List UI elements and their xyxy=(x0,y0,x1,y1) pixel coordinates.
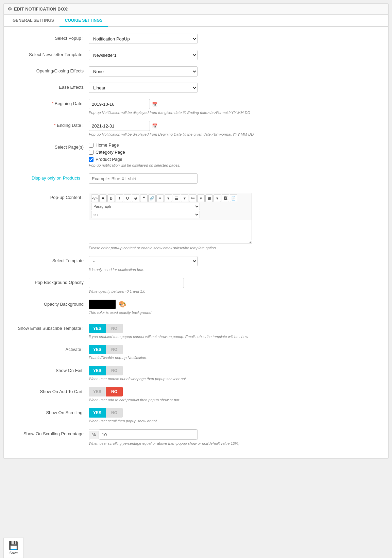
scrolling-yes-btn[interactable]: YES xyxy=(89,408,106,418)
label-newsletter: Select Newsletter Template: xyxy=(11,50,89,57)
editor-paragraph-select[interactable]: Paragraph Heading 1 Heading 2 xyxy=(91,203,200,210)
add-to-cart-no-btn[interactable]: NO xyxy=(106,387,123,396)
select-template-hint: It is only used for notification box. xyxy=(89,268,381,272)
activate-hint: Enable/Disable pop-up Notification. xyxy=(89,356,381,360)
editor-btn-list-ol[interactable]: ≔ xyxy=(189,195,197,202)
editor-btn-image[interactable]: 🖼 xyxy=(222,195,229,202)
pct-symbol: % xyxy=(89,431,99,439)
tab-general-settings[interactable]: GENERAL SETTINGS xyxy=(7,15,59,27)
checkbox-home-page: Home Page xyxy=(89,142,381,148)
panel-header: ⚙ EDIT NOTIFICATION BOX: xyxy=(4,4,388,15)
ctrl-opacity-bg-color: 🎨 This color is used opacity background xyxy=(89,300,381,315)
show-exit-yes-btn[interactable]: YES xyxy=(89,366,106,375)
editor-lang-select[interactable]: en fr de xyxy=(91,211,200,218)
color-picker-icon[interactable]: 🎨 xyxy=(119,301,126,308)
row-bg-opacity: Pop Background Opacity Write opacity bet… xyxy=(11,278,381,293)
ctrl-display-only xyxy=(89,173,381,184)
scrolling-no-btn[interactable]: NO xyxy=(106,408,123,418)
editor-btn-italic[interactable]: I xyxy=(116,195,123,202)
editor-btn-strikethrough[interactable]: S xyxy=(132,195,139,202)
editor-btn-align[interactable]: ≡ xyxy=(156,195,164,202)
editor-btn-list-ul[interactable]: ☰ xyxy=(173,195,180,202)
editor-btn-link[interactable]: 🔗 xyxy=(148,195,156,202)
row-display-only: Display only on Products xyxy=(11,173,381,184)
toggle-show-on-add-to-cart: YES NO xyxy=(89,387,381,396)
popup-content-hint: Please enter pop-up content or enable sh… xyxy=(89,246,381,250)
save-label: Save xyxy=(9,551,18,555)
row-select-template: Select Template - Template 1 Template 2 … xyxy=(11,256,381,272)
add-to-cart-yes-btn[interactable]: YES xyxy=(89,387,106,396)
divider-2 xyxy=(11,321,381,321)
ctrl-bg-opacity: Write opacity between 0.1 and 1.0 xyxy=(89,278,381,293)
activate-no-btn[interactable]: NO xyxy=(106,345,123,354)
toggle-show-on-scrolling: YES NO xyxy=(89,408,381,418)
editor-btn-font-color[interactable]: A xyxy=(99,195,107,202)
ctrl-opening-effects: None Fade Slide Zoom xyxy=(89,66,381,77)
ending-date-input[interactable] xyxy=(89,121,150,131)
label-scrolling-pct: Show On Scrolling Percentage xyxy=(11,429,89,436)
label-show-on-add-to-cart: Show On Add To Cart: xyxy=(11,387,89,394)
activate-yes-btn[interactable]: YES xyxy=(89,345,106,354)
calendar-icon-begin[interactable]: 📅 xyxy=(152,102,157,107)
row-show-on-scrolling: Show On Scrolling: YES NO When user scro… xyxy=(11,408,381,423)
label-ease-effects: Ease Effects xyxy=(11,83,89,90)
show-email-yes-btn[interactable]: YES xyxy=(89,324,106,333)
label-select-popup: Select Popup : xyxy=(11,34,89,41)
opening-effects-dropdown[interactable]: None Fade Slide Zoom xyxy=(89,66,198,77)
bg-opacity-input[interactable] xyxy=(89,278,184,288)
row-ease-effects: Ease Effects Linear Ease Ease-in Ease-ou… xyxy=(11,83,381,93)
editor-btn-file[interactable]: 📄 xyxy=(230,195,237,202)
editor-btn-align-arrow[interactable]: ▾ xyxy=(165,195,172,202)
scrolling-pct-input[interactable] xyxy=(99,429,197,440)
row-show-email-subscribe: Show Email Subscribe Template : YES NO I… xyxy=(11,324,381,339)
editor-btn-table[interactable]: ⊞ xyxy=(205,195,213,202)
calendar-icon-end[interactable]: 📅 xyxy=(152,123,157,129)
panel-title: EDIT NOTIFICATION BOX: xyxy=(14,6,69,12)
editor-btn-underline[interactable]: U xyxy=(124,195,131,202)
label-activate: Activate : xyxy=(11,345,89,352)
beginning-date-input[interactable] xyxy=(89,99,150,109)
ending-date-hint: Pop-up Notification will be displayed fr… xyxy=(89,132,381,136)
ctrl-show-on-add-to-cart: YES NO When user add to cart product the… xyxy=(89,387,381,402)
editor-btn-table-arrow[interactable]: ▾ xyxy=(214,195,221,202)
editor-btn-list-ul-arrow[interactable]: ▾ xyxy=(181,195,188,202)
tab-cookie-settings[interactable]: COOKIE SETTINGS xyxy=(59,15,108,27)
editor-btn-bold[interactable]: B xyxy=(107,195,115,202)
ctrl-beginning-date: 📅 Pop-up Notification will be displayed … xyxy=(89,99,381,115)
ctrl-popup-content: </> A B I U S ❝ 🔗 ≡ ▾ ☰ ▾ ≔ ▾ ⊞ xyxy=(89,193,381,250)
editor-toolbar: </> A B I U S ❝ 🔗 ≡ ▾ ☰ ▾ ≔ ▾ ⊞ xyxy=(89,193,252,220)
checkbox-category[interactable] xyxy=(89,150,93,155)
editor-btn-code[interactable]: </> xyxy=(91,195,99,202)
checkbox-home[interactable] xyxy=(89,143,93,148)
save-button[interactable]: 💾 xyxy=(8,541,19,550)
ctrl-select-popup: Notification PopUp Standard PopUp Custom… xyxy=(89,34,381,44)
ctrl-show-email-subscribe: YES NO If you enabled then popup conent … xyxy=(89,324,381,339)
select-popup-dropdown[interactable]: Notification PopUp Standard PopUp Custom… xyxy=(89,34,198,44)
checkbox-product-page: Product Page xyxy=(89,157,381,162)
checkbox-product[interactable] xyxy=(89,157,93,162)
label-bg-opacity: Pop Background Opacity xyxy=(11,278,89,285)
form-body: Select Popup : Notification PopUp Standa… xyxy=(4,27,388,458)
bg-opacity-hint: Write opacity between 0.1 and 1.0 xyxy=(89,289,381,293)
color-wrapper: 🎨 xyxy=(89,300,381,309)
ctrl-scrolling-pct: % When user scrolling percentage equal o… xyxy=(89,429,381,445)
editor-btn-quote[interactable]: ❝ xyxy=(140,195,148,202)
color-swatch[interactable] xyxy=(89,300,116,309)
row-popup-content: Pop-up Content : </> A B I U S ❝ 🔗 ≡ ▾ ☰ xyxy=(11,193,381,250)
row-show-on-add-to-cart: Show On Add To Cart: YES NO When user ad… xyxy=(11,387,381,402)
scrolling-pct-hint: When user scrolling percentage equal or … xyxy=(89,441,381,445)
select-pages-hint: Pop-up notification will be displayed on… xyxy=(89,163,381,167)
product-search-input[interactable] xyxy=(89,173,198,184)
label-show-email-subscribe: Show Email Subscribe Template : xyxy=(11,324,89,331)
toggle-show-email-subscribe: YES NO xyxy=(89,324,381,333)
editor-btn-list-ol-arrow[interactable]: ▾ xyxy=(197,195,205,202)
ctrl-ease-effects: Linear Ease Ease-in Ease-out xyxy=(89,83,381,93)
display-only-link[interactable]: Display only on Products xyxy=(32,173,84,181)
toggle-show-on-exit: YES NO xyxy=(89,366,381,375)
ease-effects-dropdown[interactable]: Linear Ease Ease-in Ease-out xyxy=(89,83,198,93)
show-email-no-btn[interactable]: NO xyxy=(106,324,123,333)
show-exit-no-btn[interactable]: NO xyxy=(106,366,123,375)
template-dropdown[interactable]: - Template 1 Template 2 xyxy=(89,256,198,266)
newsletter-dropdown[interactable]: Newsletter1 Newsletter2 xyxy=(89,50,198,60)
popup-content-textarea[interactable] xyxy=(89,220,252,243)
